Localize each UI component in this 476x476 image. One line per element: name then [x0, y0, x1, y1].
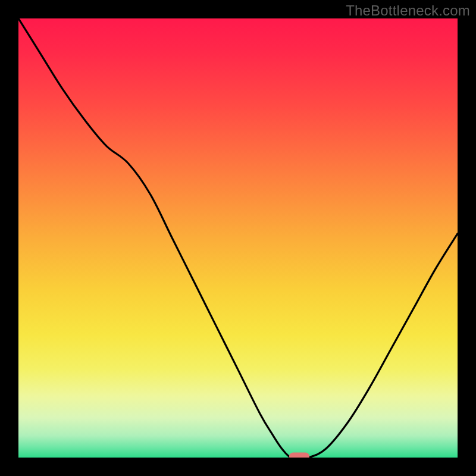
plot-area	[18, 18, 458, 458]
watermark-text: TheBottleneck.com	[346, 2, 470, 19]
bottleneck-curve	[18, 18, 458, 458]
optimal-marker	[289, 453, 309, 458]
bottleneck-chart: TheBottleneck.com	[0, 0, 476, 476]
